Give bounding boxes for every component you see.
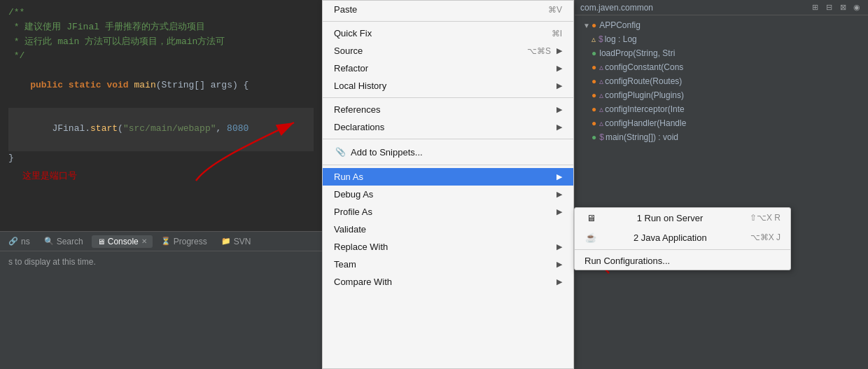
tab-console-label: Console [108, 237, 139, 246]
configconstant-prefix: ▵ [599, 61, 603, 74]
menu-quick-fix-label: Quick Fix [334, 28, 535, 39]
submenu-run-configurations[interactable]: Run Configurations... [575, 252, 790, 270]
console-close-icon[interactable]: ✕ [141, 237, 147, 245]
menu-source-label: Source [334, 46, 510, 56]
configinterceptor-prefix: ▵ [599, 103, 603, 116]
console-text: s to display at this time. [8, 257, 96, 267]
svn-icon: 📁 [221, 237, 231, 246]
configinterceptor-label: configInterceptor(Inte [605, 103, 684, 116]
menu-profile-as[interactable]: Profile As ▶ [323, 203, 573, 221]
code-editor[interactable]: /** * 建议使用 JFinal 手册推荐的方式启动项目 * 运行此 main… [0, 0, 322, 231]
code-line-1: /** [8, 6, 314, 20]
right-panel-header: com.javen.common ⊞ ⊟ ⊠ ◉ [575, 0, 868, 15]
right-panel-icons: ⊞ ⊟ ⊠ ◉ [809, 2, 862, 13]
separator-1 [323, 21, 573, 22]
tree-log[interactable]: ▵ $ log : Log [578, 32, 865, 46]
submenu-java-application-label: 2 Java Application [634, 232, 707, 243]
menu-quick-fix[interactable]: Quick Fix ⌘I [323, 25, 573, 42]
separator-4 [323, 165, 573, 165]
panel-icon-4[interactable]: ◉ [851, 2, 862, 13]
tree-configplugin[interactable]: ● ▵ configPlugin(Plugins) [578, 88, 865, 102]
menu-references-arrow: ▶ [556, 105, 562, 114]
menu-add-snippets[interactable]: 📎 Add to Snippets... [323, 142, 573, 162]
main-label: main(String[]) : void [606, 131, 678, 144]
menu-paste[interactable]: Paste ⌘V [323, 1, 573, 18]
menu-team-label: Team [334, 259, 551, 270]
menu-refactor[interactable]: Refactor ▶ [323, 60, 573, 77]
tree-configinterceptor[interactable]: ● ▵ configInterceptor(Inte [578, 102, 865, 116]
menu-quick-fix-shortcut: ⌘I [552, 29, 562, 39]
menu-debug-as-arrow: ▶ [556, 190, 562, 199]
submenu-run-on-server[interactable]: 🖥 1 Run on Server ⇧⌥X R [575, 208, 790, 228]
right-panel: com.javen.common ⊞ ⊟ ⊠ ◉ ▼ ● APPConfig ▵… [574, 0, 868, 369]
menu-debug-as[interactable]: Debug As ▶ [323, 186, 573, 203]
submenu-separator [575, 249, 790, 250]
menu-validate[interactable]: Validate [323, 221, 573, 238]
submenu-run-on-server-shortcut: ⇧⌥X R [750, 213, 780, 223]
main-prefix: $ [599, 131, 604, 144]
configconstant-label: configConstant(Cons [605, 61, 683, 74]
tab-ns-label: ns [21, 237, 30, 246]
console-content: s to display at this time. [0, 251, 322, 272]
loadprop-label: loadProp(String, Stri [599, 47, 675, 60]
separator-2 [323, 97, 573, 98]
tab-svn[interactable]: 📁 SVN [216, 235, 257, 248]
confighandler-label: configHandler(Handle [605, 117, 686, 130]
bottom-panel: 🔗 ns 🔍 Search 🖥 Console ✕ ⏳ Progress 📁 S… [0, 231, 322, 369]
menu-run-as-arrow: ▶ [556, 172, 562, 181]
tab-search-label: Search [57, 237, 83, 246]
submenu-run-configurations-label: Run Configurations... [584, 256, 670, 266]
menu-refactor-arrow: ▶ [556, 64, 562, 73]
panel-icon-2[interactable]: ⊟ [823, 2, 834, 13]
menu-run-as[interactable]: Run As ▶ [323, 168, 573, 186]
menu-add-snippets-label: Add to Snippets... [351, 147, 562, 158]
menu-profile-as-arrow: ▶ [556, 207, 562, 216]
menu-local-history[interactable]: Local History ▶ [323, 77, 573, 95]
snippets-icon: 📎 [334, 146, 346, 158]
menu-local-history-arrow: ▶ [556, 81, 562, 90]
tree-configroute[interactable]: ● ▵ configRoute(Routes) [578, 74, 865, 88]
menu-declarations-label: Declarations [334, 122, 551, 132]
tab-progress[interactable]: ⏳ Progress [155, 235, 213, 248]
menu-source[interactable]: Source ⌥⌘S ▶ [323, 42, 573, 60]
configconstant-dot: ● [592, 61, 596, 74]
tree-configconstant[interactable]: ● ▵ configConstant(Cons [578, 60, 865, 74]
tab-svn-label: SVN [234, 237, 251, 246]
menu-declarations[interactable]: Declarations ▶ [323, 118, 573, 136]
appconfig-dot: ● [592, 19, 596, 32]
log-label: log : Log [605, 33, 637, 46]
menu-compare-with-arrow: ▶ [556, 277, 562, 286]
log-dot: ▵ [592, 33, 596, 46]
server-icon: 🖥 [584, 211, 597, 224]
console-icon: 🖥 [97, 237, 105, 246]
menu-source-shortcut: ⌥⌘S [527, 46, 551, 56]
menu-replace-with[interactable]: Replace With ▶ [323, 238, 573, 256]
submenu-run-as: 🖥 1 Run on Server ⇧⌥X R ☕ 2 Java Applica… [574, 207, 791, 270]
menu-compare-with[interactable]: Compare With ▶ [323, 273, 573, 291]
menu-team[interactable]: Team ▶ [323, 256, 573, 273]
panel-icon-3[interactable]: ⊠ [837, 2, 848, 13]
tab-console[interactable]: 🖥 Console ✕ [92, 235, 153, 248]
submenu-java-application[interactable]: ☕ 2 Java Application ⌥⌘X J [575, 228, 790, 247]
submenu-java-application-shortcut: ⌥⌘X J [750, 232, 780, 242]
tabs-bar: 🔗 ns 🔍 Search 🖥 Console ✕ ⏳ Progress 📁 S… [0, 232, 322, 251]
tree-main[interactable]: ● $ main(String[]) : void [578, 130, 865, 144]
code-line-6: JFinal.start("src/main/webapp", 8080 [8, 108, 314, 151]
annotation-text: 这里是端口号 [22, 169, 314, 183]
menu-debug-as-label: Debug As [334, 189, 551, 200]
tree-appconfig[interactable]: ▼ ● APPConfig [578, 18, 865, 32]
tree-content: ▼ ● APPConfig ▵ $ log : Log ● loadProp(S… [575, 15, 868, 147]
tree-confighandler[interactable]: ● ▵ configHandler(Handle [578, 116, 865, 130]
menu-references-label: References [334, 104, 551, 115]
menu-team-arrow: ▶ [556, 260, 562, 269]
tab-search[interactable]: 🔍 Search [38, 235, 89, 248]
panel-icon-1[interactable]: ⊞ [809, 2, 820, 13]
tab-progress-label: Progress [174, 237, 207, 246]
tree-loadprop[interactable]: ● loadProp(String, Stri [578, 46, 865, 60]
menu-references[interactable]: References ▶ [323, 101, 573, 118]
configinterceptor-dot: ● [592, 103, 596, 116]
menu-replace-with-label: Replace With [334, 242, 551, 252]
tab-ns[interactable]: 🔗 ns [3, 235, 36, 248]
code-line-4: */ [8, 49, 314, 64]
menu-refactor-label: Refactor [334, 63, 551, 74]
